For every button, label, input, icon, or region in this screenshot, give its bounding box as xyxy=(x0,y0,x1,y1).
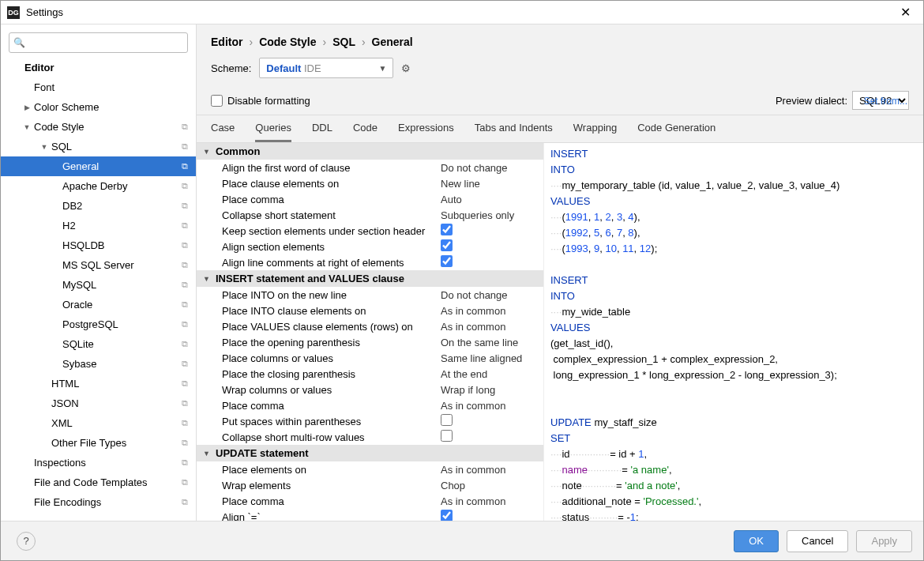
sidebar-item-h2[interactable]: H2⧉ xyxy=(1,216,196,235)
tab-bar: CaseQueriesDDLCodeExpressionsTabs and In… xyxy=(197,115,923,143)
option-label: Place comma xyxy=(222,400,441,412)
sidebar-item-oracle[interactable]: Oracle⧉ xyxy=(1,295,196,314)
option-row: Place commaAs in common xyxy=(197,493,543,509)
breadcrumb-item[interactable]: SQL xyxy=(332,36,355,48)
option-value[interactable]: As in common xyxy=(441,495,543,507)
sidebar-item-label: DB2 xyxy=(62,200,82,212)
sidebar-item-sqlite[interactable]: SQLite⧉ xyxy=(1,334,196,354)
window-title: Settings xyxy=(26,6,893,18)
sidebar-item-general[interactable]: General⧉ xyxy=(1,156,196,176)
cancel-button[interactable]: Cancel xyxy=(787,530,848,552)
gear-icon[interactable]: ⚙ xyxy=(401,62,411,74)
option-checkbox[interactable] xyxy=(441,255,453,267)
sidebar-item-inspections[interactable]: Inspections⧉ xyxy=(1,453,196,473)
sidebar-item-hsqldb[interactable]: HSQLDB⧉ xyxy=(1,235,196,255)
copy-icon: ⧉ xyxy=(182,240,188,250)
group-header[interactable]: ▼Common xyxy=(197,143,543,160)
option-value[interactable]: As in common xyxy=(441,305,543,317)
option-label: Put spaces within parentheses xyxy=(222,416,441,427)
disable-formatting-checkbox[interactable] xyxy=(211,95,223,107)
option-row: Keep section elements under section head… xyxy=(197,223,543,239)
copy-icon: ⧉ xyxy=(182,280,188,290)
tab-tabs-and-indents[interactable]: Tabs and Indents xyxy=(475,122,553,142)
option-label: Place columns or values xyxy=(222,352,441,364)
tab-wrapping[interactable]: Wrapping xyxy=(573,122,617,142)
tab-code[interactable]: Code xyxy=(353,122,377,142)
copy-icon: ⧉ xyxy=(182,477,188,488)
sidebar-heading-editor[interactable]: Editor xyxy=(1,58,196,77)
option-checkbox[interactable] xyxy=(441,510,453,521)
option-checkbox[interactable] xyxy=(441,430,453,442)
option-checkbox[interactable] xyxy=(441,414,453,426)
option-row: Align section elements xyxy=(197,239,543,254)
sidebar-item-ms-sql-server[interactable]: MS SQL Server⧉ xyxy=(1,255,196,275)
sidebar-item-apache-derby[interactable]: Apache Derby⧉ xyxy=(1,176,196,196)
chevron-down-icon: ▼ xyxy=(203,450,210,457)
sidebar-item-label: Color Scheme xyxy=(34,101,99,113)
option-label: Place VALUES clause elements (rows) on xyxy=(222,321,441,333)
close-icon[interactable]: ✕ xyxy=(893,5,917,20)
tab-code-generation[interactable]: Code Generation xyxy=(637,122,716,142)
tab-queries[interactable]: Queries xyxy=(255,122,291,142)
sidebar-item-sql[interactable]: ▼SQL⧉ xyxy=(1,137,196,156)
option-value[interactable]: Do not change xyxy=(441,289,543,301)
sidebar-item-color-scheme[interactable]: ▶Color Scheme xyxy=(1,97,196,117)
option-label: Place clause elements on xyxy=(222,178,441,190)
sidebar-item-other-file-types[interactable]: Other File Types⧉ xyxy=(1,433,196,453)
sidebar-item-mysql[interactable]: MySQL⧉ xyxy=(1,275,196,295)
copy-icon: ⧉ xyxy=(182,398,188,409)
tab-ddl[interactable]: DDL xyxy=(312,122,332,142)
option-value[interactable]: Chop xyxy=(441,480,543,491)
sidebar-item-html[interactable]: HTML⧉ xyxy=(1,374,196,393)
sidebar-item-code-style[interactable]: ▼Code Style⧉ xyxy=(1,117,196,137)
apply-button[interactable]: Apply xyxy=(856,530,912,552)
option-row: Align the first word of clauseDo not cha… xyxy=(197,160,543,175)
sidebar-item-font[interactable]: Font xyxy=(1,77,196,97)
option-value[interactable]: On the same line xyxy=(441,337,543,348)
option-value[interactable]: Subqueries only xyxy=(441,209,543,221)
sidebar-item-label: Inspections xyxy=(34,457,86,469)
sidebar-item-json[interactable]: JSON⧉ xyxy=(1,393,196,413)
sidebar-item-file-encodings[interactable]: File Encodings⧉ xyxy=(1,492,196,512)
group-header[interactable]: ▼UPDATE statement xyxy=(197,445,543,461)
sidebar-item-file-and-code-templates[interactable]: File and Code Templates⧉ xyxy=(1,473,196,492)
option-row: Align line comments at right of elements xyxy=(197,254,543,270)
help-icon[interactable]: ? xyxy=(17,532,36,551)
tree-arrow-icon: ▼ xyxy=(23,123,31,131)
sidebar-item-postgresql[interactable]: PostgreSQL⧉ xyxy=(1,314,196,334)
option-value[interactable]: Wrap if long xyxy=(441,384,543,396)
option-value[interactable]: At the end xyxy=(441,368,543,380)
option-checkbox[interactable] xyxy=(441,239,453,251)
option-value[interactable]: Do not change xyxy=(441,162,543,174)
option-label: Collapse short multi-row values xyxy=(222,431,441,443)
sidebar-item-db2[interactable]: DB2⧉ xyxy=(1,196,196,216)
option-label: Wrap columns or values xyxy=(222,384,441,396)
tab-case[interactable]: Case xyxy=(211,122,235,142)
sidebar-item-xml[interactable]: XML⧉ xyxy=(1,413,196,433)
disable-formatting-option[interactable]: Disable formatting xyxy=(211,95,310,107)
search-input[interactable] xyxy=(9,32,188,53)
option-label: Collapse short statement xyxy=(222,209,441,221)
scheme-select[interactable]: Default IDE ▼ xyxy=(259,58,393,78)
option-value[interactable]: Same line aligned xyxy=(441,352,543,364)
breadcrumb-item[interactable]: Code Style xyxy=(259,36,316,48)
option-checkbox[interactable] xyxy=(441,224,453,235)
option-row: Place the opening parenthesisOn the same… xyxy=(197,334,543,350)
option-label: Keep section elements under section head… xyxy=(222,225,441,237)
breadcrumb-item[interactable]: General xyxy=(372,36,413,48)
scheme-label: Scheme: xyxy=(211,62,251,74)
sidebar-item-label: Apache Derby xyxy=(62,180,127,192)
sidebar-item-sybase[interactable]: Sybase⧉ xyxy=(1,354,196,374)
option-row: Place the closing parenthesisAt the end xyxy=(197,366,543,382)
tab-expressions[interactable]: Expressions xyxy=(398,122,454,142)
sidebar-item-label: Oracle xyxy=(62,299,92,311)
option-value[interactable]: As in common xyxy=(441,400,543,412)
ok-button[interactable]: OK xyxy=(734,530,779,552)
option-value[interactable]: New line xyxy=(441,178,543,190)
set-from-link[interactable]: Set from... xyxy=(864,96,907,107)
breadcrumb-item[interactable]: Editor xyxy=(211,36,242,48)
option-value[interactable]: Auto xyxy=(441,194,543,205)
option-value[interactable]: As in common xyxy=(441,321,543,333)
option-value[interactable]: As in common xyxy=(441,464,543,476)
group-header[interactable]: ▼INSERT statement and VALUES clause xyxy=(197,270,543,287)
